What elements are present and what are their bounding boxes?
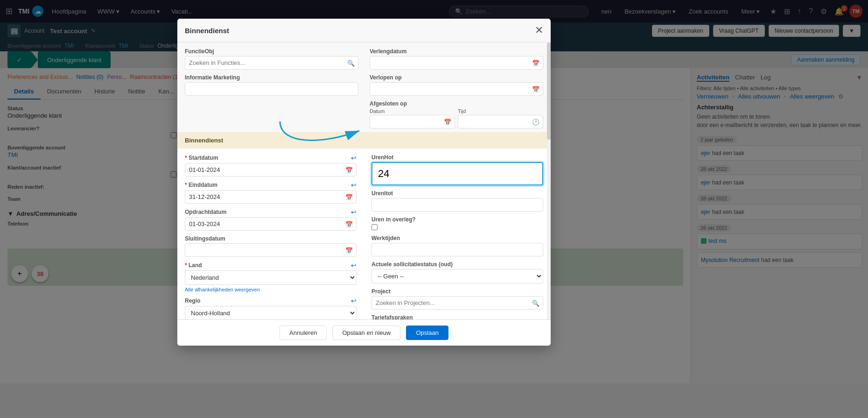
field-tariefafspraken: Tariefafspraken (371, 314, 543, 319)
regio-select[interactable]: Noord-Holland (185, 306, 357, 319)
left-col: Startdatum ↩ 📅 Einddatum ↩ (185, 154, 357, 319)
startdatum-header: Startdatum ↩ (185, 154, 357, 162)
field-werktijden: Werktijden (371, 235, 543, 256)
modal-body: FunctieObj 🔍 Verlengdatum 📅 (177, 43, 551, 319)
calendar-datum-icon[interactable]: 📅 (444, 118, 451, 125)
regio-header: Regio ↩ (185, 297, 357, 305)
informatie-marketing-input[interactable] (185, 82, 358, 96)
opslaan-btn[interactable]: Opslaan (406, 326, 448, 340)
afgesloten-op-inputs: Datum 📅 Tijd 🕐 (370, 108, 543, 128)
verlengdatum-input[interactable] (370, 56, 543, 70)
opdrachtdatum-header: Opdrachtdatum ↩ (185, 208, 357, 216)
field-regio: Regio ↩ Noord-Holland (185, 297, 357, 319)
urenhot-input[interactable] (371, 162, 543, 185)
modal-footer: Annuleren Opslaan en nieuw Opslaan (177, 319, 551, 346)
sluitingsdatum-input-wrapper: 📅 (185, 243, 357, 257)
datum-label: Datum (370, 108, 455, 114)
modal-title: Binnendienst (185, 27, 229, 35)
datum-input-wrapper: 📅 (370, 115, 455, 128)
verlopen-op-input-wrapper: 📅 (370, 82, 543, 96)
opslaan-nieuw-btn[interactable]: Opslaan en nieuw (332, 326, 400, 340)
scrollbar-thumb[interactable] (547, 43, 551, 140)
undo-einddatum-icon[interactable]: ↩ (351, 181, 357, 189)
calendar-einddatum-icon[interactable]: 📅 (345, 193, 353, 200)
binnendienst-section-header: Binnendienst (177, 132, 551, 149)
land-header: Land ↩ (185, 262, 357, 269)
project-input-wrapper: 🔍 (371, 296, 543, 310)
scrollbar-track[interactable] (547, 43, 551, 319)
modal-close-btn[interactable]: ✕ (535, 24, 543, 36)
einddatum-header: Einddatum ↩ (185, 181, 357, 189)
top-fields-grid: FunctieObj 🔍 Verlengdatum 📅 (185, 48, 543, 128)
einddatum-input[interactable] (185, 190, 357, 204)
opdrachtdatum-input[interactable] (185, 217, 357, 231)
datum-field: Datum 📅 (370, 108, 455, 128)
undo-regio-icon[interactable]: ↩ (351, 297, 357, 305)
field-einddatum: Einddatum ↩ 📅 (185, 181, 357, 204)
modal-overlay: Binnendienst ✕ FunctieObj 🔍 (0, 0, 868, 418)
urenitot-input[interactable] (371, 198, 543, 212)
project-input[interactable] (371, 296, 543, 310)
werktijden-input[interactable] (371, 243, 543, 256)
field-startdatum: Startdatum ↩ 📅 (185, 154, 357, 177)
tijd-input[interactable] (458, 115, 543, 128)
land-select[interactable]: Nederland (185, 270, 357, 285)
calendar-opdrachtdatum-icon[interactable]: 📅 (345, 220, 353, 227)
opdrachtdatum-input-wrapper: 📅 (185, 217, 357, 231)
field-afgesloten-op: Afgesloten op Datum 📅 Tijd (370, 100, 543, 128)
tijd-field: Tijd 🕐 (458, 108, 543, 128)
sluitingsdatum-input[interactable] (185, 243, 357, 257)
functieobj-input[interactable] (185, 56, 358, 70)
field-opdrachtdatum: Opdrachtdatum ↩ 📅 (185, 208, 357, 231)
startdatum-input-wrapper: 📅 (185, 163, 357, 177)
startdatum-input[interactable] (185, 163, 357, 177)
search-project-icon: 🔍 (532, 299, 539, 306)
calendar-verlopen-icon[interactable]: 📅 (532, 85, 539, 92)
urenhot-input-container (371, 162, 543, 185)
tijd-input-wrapper: 🕐 (458, 115, 543, 128)
binnendienst-grid: Startdatum ↩ 📅 Einddatum ↩ (177, 149, 551, 319)
modal: Binnendienst ✕ FunctieObj 🔍 (177, 19, 551, 346)
search-functies-icon: 🔍 (347, 59, 355, 66)
field-land: Land ↩ Nederland (185, 262, 357, 285)
sollicitatiestatus-select[interactable]: -- Geen -- (371, 269, 543, 283)
field-verlopen-op: Verlopen op 📅 (370, 74, 543, 96)
calendar-sluitingsdatum-icon[interactable]: 📅 (345, 247, 353, 254)
modal-top-fields: FunctieObj 🔍 Verlengdatum 📅 (177, 43, 551, 132)
undo-startdatum-icon[interactable]: ↩ (351, 154, 357, 162)
clock-icon[interactable]: 🕐 (532, 118, 539, 125)
field-project: Project 🔍 (371, 288, 543, 310)
undo-opdrachtdatum-icon[interactable]: ↩ (351, 208, 357, 216)
right-col: UrenHot Urenltot Uren in overleg? (371, 154, 543, 319)
binnendienst-title: Binnendienst (185, 137, 223, 144)
field-functieobj: FunctieObj 🔍 (185, 48, 358, 70)
verlengdatum-input-wrapper: 📅 (370, 56, 543, 70)
land-dep-link[interactable]: Alle afhankelijkheden weergeven (185, 287, 357, 292)
modal-top-bar: Binnendienst ✕ (177, 19, 551, 43)
field-informatie-marketing: Informatie Marketing (185, 74, 358, 96)
functieobj-input-wrapper: 🔍 (185, 56, 358, 70)
annuleren-btn[interactable]: Annuleren (280, 326, 327, 340)
calendar-verlengdatum-icon[interactable]: 📅 (532, 59, 539, 66)
field-sollicitatiestatus: Actuele sollicitatiestatus (oud) -- Geen… (371, 261, 543, 283)
verlopen-op-input[interactable] (370, 82, 543, 96)
undo-land-icon[interactable]: ↩ (351, 262, 357, 269)
field-verlengdatum: Verlengdatum 📅 (370, 48, 543, 70)
uren-overleg-checkbox-wrapper (371, 224, 543, 230)
calendar-startdatum-icon[interactable]: 📅 (345, 166, 353, 173)
einddatum-input-wrapper: 📅 (185, 190, 357, 204)
uren-overleg-checkbox[interactable] (371, 224, 378, 230)
field-urenhot: UrenHot (371, 154, 543, 185)
tijd-label: Tijd (458, 108, 543, 114)
field-sluitingsdatum: Sluitingsdatum 📅 (185, 235, 357, 257)
field-urenitot: Urenltot (371, 190, 543, 212)
field-uren-overleg: Uren in overleg? (371, 216, 543, 230)
datum-input[interactable] (370, 115, 455, 128)
